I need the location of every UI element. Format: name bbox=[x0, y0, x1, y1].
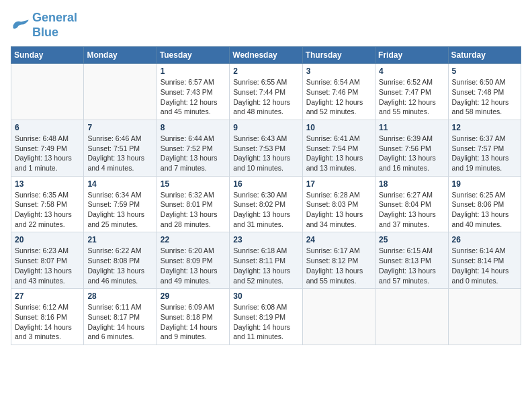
day-number: 1 bbox=[161, 66, 226, 76]
calendar-cell: 27Sunrise: 6:12 AMSunset: 8:16 PMDayligh… bbox=[11, 289, 84, 345]
day-info: Sunrise: 6:11 AMSunset: 8:17 PMDaylight:… bbox=[87, 302, 152, 342]
day-number: 16 bbox=[233, 179, 298, 189]
day-info: Sunrise: 6:25 AMSunset: 8:06 PMDaylight:… bbox=[452, 190, 517, 230]
calendar-cell: 29Sunrise: 6:09 AMSunset: 8:18 PMDayligh… bbox=[157, 289, 229, 345]
calendar-cell: 28Sunrise: 6:11 AMSunset: 8:17 PMDayligh… bbox=[84, 289, 157, 345]
day-info: Sunrise: 6:08 AMSunset: 8:19 PMDaylight:… bbox=[233, 302, 298, 342]
day-info: Sunrise: 6:52 AMSunset: 7:47 PMDaylight:… bbox=[379, 77, 444, 117]
day-number: 12 bbox=[452, 123, 517, 132]
day-info: Sunrise: 6:50 AMSunset: 7:48 PMDaylight:… bbox=[452, 77, 517, 117]
calendar-cell: 2Sunrise: 6:55 AMSunset: 7:44 PMDaylight… bbox=[230, 64, 302, 120]
day-number: 30 bbox=[233, 291, 298, 301]
day-info: Sunrise: 6:46 AMSunset: 7:51 PMDaylight:… bbox=[87, 134, 152, 173]
day-info: Sunrise: 6:27 AMSunset: 8:04 PMDaylight:… bbox=[379, 190, 444, 230]
day-number: 6 bbox=[15, 123, 80, 132]
calendar-cell: 11Sunrise: 6:39 AMSunset: 7:56 PMDayligh… bbox=[375, 120, 448, 176]
calendar-cell: 5Sunrise: 6:50 AMSunset: 7:48 PMDaylight… bbox=[448, 64, 521, 120]
day-number: 8 bbox=[161, 123, 226, 132]
day-info: Sunrise: 6:14 AMSunset: 8:14 PMDaylight:… bbox=[452, 246, 517, 285]
calendar-week: 27Sunrise: 6:12 AMSunset: 8:16 PMDayligh… bbox=[11, 289, 521, 345]
calendar-cell: 17Sunrise: 6:28 AMSunset: 8:03 PMDayligh… bbox=[302, 176, 375, 232]
day-info: Sunrise: 6:18 AMSunset: 8:11 PMDaylight:… bbox=[233, 246, 298, 285]
calendar-cell: 22Sunrise: 6:20 AMSunset: 8:09 PMDayligh… bbox=[157, 232, 229, 289]
day-number: 11 bbox=[379, 123, 444, 132]
day-number: 27 bbox=[15, 291, 80, 301]
calendar-cell: 30Sunrise: 6:08 AMSunset: 8:19 PMDayligh… bbox=[230, 289, 302, 345]
day-number: 2 bbox=[233, 66, 298, 76]
calendar-cell bbox=[375, 289, 448, 345]
calendar-cell: 20Sunrise: 6:23 AMSunset: 8:07 PMDayligh… bbox=[11, 232, 84, 289]
calendar-cell: 23Sunrise: 6:18 AMSunset: 8:11 PMDayligh… bbox=[230, 232, 302, 289]
calendar-cell bbox=[11, 64, 84, 120]
day-number: 7 bbox=[87, 123, 152, 132]
calendar-cell: 12Sunrise: 6:37 AMSunset: 7:57 PMDayligh… bbox=[448, 120, 521, 176]
day-number: 26 bbox=[452, 235, 517, 244]
calendar-cell: 21Sunrise: 6:22 AMSunset: 8:08 PMDayligh… bbox=[84, 232, 157, 289]
day-info: Sunrise: 6:17 AMSunset: 8:12 PMDaylight:… bbox=[306, 246, 371, 285]
weekday-header: Saturday bbox=[448, 47, 521, 64]
calendar-cell: 13Sunrise: 6:35 AMSunset: 7:58 PMDayligh… bbox=[11, 176, 84, 232]
day-number: 10 bbox=[306, 123, 371, 132]
day-number: 15 bbox=[161, 179, 226, 189]
day-number: 28 bbox=[87, 291, 152, 301]
weekday-header: Sunday bbox=[11, 47, 84, 64]
weekday-header: Wednesday bbox=[230, 47, 302, 64]
day-number: 19 bbox=[452, 179, 517, 189]
logo: General Blue bbox=[11, 11, 77, 40]
calendar-cell: 18Sunrise: 6:27 AMSunset: 8:04 PMDayligh… bbox=[375, 176, 448, 232]
calendar-week: 1Sunrise: 6:57 AMSunset: 7:43 PMDaylight… bbox=[11, 64, 521, 120]
calendar-cell bbox=[84, 64, 157, 120]
day-info: Sunrise: 6:41 AMSunset: 7:54 PMDaylight:… bbox=[306, 134, 371, 173]
day-info: Sunrise: 6:23 AMSunset: 8:07 PMDaylight:… bbox=[15, 246, 80, 285]
day-number: 4 bbox=[379, 66, 444, 76]
day-info: Sunrise: 6:15 AMSunset: 8:13 PMDaylight:… bbox=[379, 246, 444, 285]
day-info: Sunrise: 6:39 AMSunset: 7:56 PMDaylight:… bbox=[379, 134, 444, 173]
weekday-header: Monday bbox=[84, 47, 157, 64]
day-number: 23 bbox=[233, 235, 298, 244]
calendar-cell: 3Sunrise: 6:54 AMSunset: 7:46 PMDaylight… bbox=[302, 64, 375, 120]
day-info: Sunrise: 6:48 AMSunset: 7:49 PMDaylight:… bbox=[15, 134, 80, 173]
calendar-week: 6Sunrise: 6:48 AMSunset: 7:49 PMDaylight… bbox=[11, 120, 521, 176]
logo-icon bbox=[11, 19, 30, 32]
day-number: 13 bbox=[15, 179, 80, 189]
weekday-header: Friday bbox=[375, 47, 448, 64]
calendar-cell: 6Sunrise: 6:48 AMSunset: 7:49 PMDaylight… bbox=[11, 120, 84, 176]
calendar-cell: 26Sunrise: 6:14 AMSunset: 8:14 PMDayligh… bbox=[448, 232, 521, 289]
calendar-cell bbox=[302, 289, 375, 345]
day-number: 9 bbox=[233, 123, 298, 132]
calendar-cell: 7Sunrise: 6:46 AMSunset: 7:51 PMDaylight… bbox=[84, 120, 157, 176]
day-number: 21 bbox=[87, 235, 152, 244]
day-number: 29 bbox=[161, 291, 226, 301]
day-number: 3 bbox=[306, 66, 371, 76]
calendar-cell: 1Sunrise: 6:57 AMSunset: 7:43 PMDaylight… bbox=[157, 64, 229, 120]
calendar-week: 20Sunrise: 6:23 AMSunset: 8:07 PMDayligh… bbox=[11, 232, 521, 289]
calendar-cell: 8Sunrise: 6:44 AMSunset: 7:52 PMDaylight… bbox=[157, 120, 229, 176]
logo-text-line2: Blue bbox=[32, 26, 77, 40]
day-info: Sunrise: 6:22 AMSunset: 8:08 PMDaylight:… bbox=[87, 246, 152, 285]
day-info: Sunrise: 6:32 AMSunset: 8:01 PMDaylight:… bbox=[161, 190, 226, 230]
day-number: 22 bbox=[161, 235, 226, 244]
day-info: Sunrise: 6:37 AMSunset: 7:57 PMDaylight:… bbox=[452, 134, 517, 173]
day-info: Sunrise: 6:55 AMSunset: 7:44 PMDaylight:… bbox=[233, 77, 298, 117]
calendar-cell: 19Sunrise: 6:25 AMSunset: 8:06 PMDayligh… bbox=[448, 176, 521, 232]
page-header: General Blue bbox=[11, 11, 521, 40]
calendar-cell bbox=[448, 289, 521, 345]
day-number: 17 bbox=[306, 179, 371, 189]
day-info: Sunrise: 6:57 AMSunset: 7:43 PMDaylight:… bbox=[161, 77, 226, 117]
calendar-cell: 9Sunrise: 6:43 AMSunset: 7:53 PMDaylight… bbox=[230, 120, 302, 176]
logo-text-line1: General bbox=[32, 11, 77, 26]
calendar-cell: 24Sunrise: 6:17 AMSunset: 8:12 PMDayligh… bbox=[302, 232, 375, 289]
calendar-header: SundayMondayTuesdayWednesdayThursdayFrid… bbox=[11, 47, 521, 64]
calendar-cell: 10Sunrise: 6:41 AMSunset: 7:54 PMDayligh… bbox=[302, 120, 375, 176]
day-info: Sunrise: 6:54 AMSunset: 7:46 PMDaylight:… bbox=[306, 77, 371, 117]
calendar-cell: 4Sunrise: 6:52 AMSunset: 7:47 PMDaylight… bbox=[375, 64, 448, 120]
day-number: 24 bbox=[306, 235, 371, 244]
day-info: Sunrise: 6:28 AMSunset: 8:03 PMDaylight:… bbox=[306, 190, 371, 230]
day-number: 20 bbox=[15, 235, 80, 244]
calendar-cell: 25Sunrise: 6:15 AMSunset: 8:13 PMDayligh… bbox=[375, 232, 448, 289]
day-info: Sunrise: 6:09 AMSunset: 8:18 PMDaylight:… bbox=[161, 302, 226, 342]
calendar-table: SundayMondayTuesdayWednesdayThursdayFrid… bbox=[11, 46, 521, 345]
day-info: Sunrise: 6:35 AMSunset: 7:58 PMDaylight:… bbox=[15, 190, 80, 230]
day-number: 14 bbox=[87, 179, 152, 189]
calendar-cell: 14Sunrise: 6:34 AMSunset: 7:59 PMDayligh… bbox=[84, 176, 157, 232]
